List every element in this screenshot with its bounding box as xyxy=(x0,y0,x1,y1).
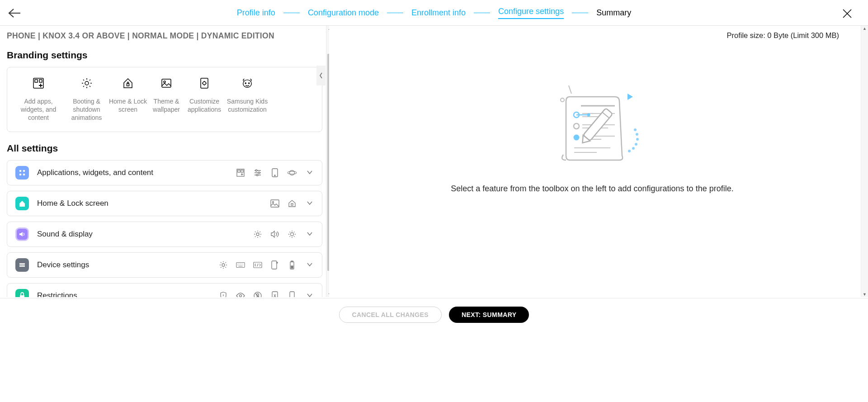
wizard-steps: Profile info Configuration mode Enrollme… xyxy=(0,7,868,19)
next-summary-button[interactable]: NEXT: SUMMARY xyxy=(449,307,529,323)
chevron-down-icon xyxy=(307,169,314,176)
lock-icon xyxy=(15,289,29,297)
svg-point-20 xyxy=(258,172,260,174)
svg-point-66 xyxy=(561,98,564,102)
row-device-settings[interactable]: Device settings xyxy=(7,252,322,278)
close-button[interactable] xyxy=(842,8,853,19)
chevron-down-icon xyxy=(307,200,314,207)
keyboard-icon xyxy=(236,260,245,270)
row-mini-icons xyxy=(253,230,314,239)
svg-rect-37 xyxy=(291,266,293,268)
svg-line-67 xyxy=(569,85,571,94)
branding-customize-apps[interactable]: Customize applications xyxy=(185,77,224,122)
svg-point-72 xyxy=(632,147,635,150)
svg-point-3 xyxy=(85,81,89,85)
step-divider xyxy=(283,13,300,13)
row-home-lock[interactable]: Home & Lock screen xyxy=(7,191,322,216)
chevron-left-icon xyxy=(319,72,323,79)
step-divider xyxy=(474,13,490,13)
row-sound-display[interactable]: Sound & display xyxy=(7,222,322,247)
row-applications[interactable]: Applications, widgets, and content xyxy=(7,160,322,185)
profile-meta: PHONE | KNOX 3.4 OR ABOVE | NORMAL MODE … xyxy=(7,26,329,47)
svg-point-73 xyxy=(628,150,631,152)
samsung-kids-icon xyxy=(241,77,253,89)
svg-point-30 xyxy=(291,233,294,236)
step-configuration-mode[interactable]: Configuration mode xyxy=(308,8,379,18)
svg-rect-1 xyxy=(35,80,38,82)
row-label: Applications, widgets, and content xyxy=(37,168,236,177)
svg-point-11 xyxy=(249,83,250,84)
branding-label: Customize applications xyxy=(185,97,224,114)
placeholder-illustration xyxy=(542,81,642,171)
step-divider xyxy=(572,13,588,13)
eye-icon xyxy=(236,291,245,297)
row-label: Sound & display xyxy=(37,230,253,239)
apps-icon xyxy=(15,166,29,180)
svg-rect-7 xyxy=(201,78,208,88)
sound-icon xyxy=(15,227,29,241)
scroll-down-icon: ▼ xyxy=(863,292,867,297)
row-mini-icons xyxy=(219,291,314,297)
svg-rect-42 xyxy=(272,292,278,297)
no-acc-icon xyxy=(253,291,262,297)
svg-point-71 xyxy=(635,143,637,146)
battery-icon xyxy=(288,260,297,270)
step-summary[interactable]: Summary xyxy=(596,8,631,18)
svg-point-15 xyxy=(23,174,25,176)
branding-add-apps[interactable]: Add apps, widgets, and content xyxy=(12,77,65,122)
home-icon xyxy=(15,197,29,210)
row-mini-icons xyxy=(236,168,314,177)
image-icon xyxy=(270,199,279,208)
svg-rect-28 xyxy=(291,203,293,205)
home-lock-icon xyxy=(122,77,134,89)
svg-point-19 xyxy=(255,170,257,171)
device-icon xyxy=(15,258,29,272)
svg-rect-34 xyxy=(272,261,277,269)
svg-rect-38 xyxy=(20,295,24,297)
svg-point-70 xyxy=(636,138,639,141)
row-restrictions[interactable]: Restrictions xyxy=(7,283,322,297)
svg-rect-5 xyxy=(162,79,171,87)
svg-point-59 xyxy=(574,134,580,140)
left-scrollbar[interactable]: ▲ ▼ xyxy=(326,26,329,297)
scroll-up-icon: ▲ xyxy=(863,26,867,31)
svg-point-8 xyxy=(203,82,206,85)
svg-rect-26 xyxy=(271,200,279,207)
arrow-left-icon xyxy=(8,8,21,18)
branding-label: Booting & shutdown animations xyxy=(65,97,108,122)
grid-icon xyxy=(236,168,245,177)
collapse-left-handle[interactable] xyxy=(316,66,326,85)
dev-icon xyxy=(253,260,262,270)
step-enrollment-info[interactable]: Enrollment info xyxy=(411,8,466,18)
sliders-icon xyxy=(253,168,262,177)
phone-plus-icon xyxy=(270,260,279,270)
chevron-down-icon xyxy=(307,292,314,297)
cancel-all-changes-button[interactable]: CANCEL ALL CHANGES xyxy=(339,307,442,323)
svg-point-39 xyxy=(240,295,242,297)
step-profile-info[interactable]: Profile info xyxy=(237,8,275,18)
branding-label: Theme & wallpaper xyxy=(148,97,185,114)
placeholder-text: Select a feature from the toolbox on the… xyxy=(451,184,733,194)
right-scrollbar[interactable]: ▲ ▼ xyxy=(861,26,868,297)
branding-samsung-kids[interactable]: Samsung Kids customization xyxy=(224,77,271,122)
sun-icon xyxy=(253,230,262,239)
apps-widgets-icon xyxy=(33,77,44,89)
home-lock-mini-icon xyxy=(288,199,297,208)
svg-point-31 xyxy=(222,264,225,266)
shield-icon xyxy=(219,291,228,297)
svg-rect-4 xyxy=(127,84,129,86)
step-configure-settings[interactable]: Configure settings xyxy=(498,7,564,19)
svg-point-24 xyxy=(290,170,295,175)
back-button[interactable] xyxy=(8,8,21,18)
branding-boot-anim[interactable]: Booting & shutdown animations xyxy=(65,77,108,122)
row-mini-icons xyxy=(219,260,314,270)
branding-home-lock[interactable]: Home & Lock screen xyxy=(108,77,148,122)
phone-outline-icon xyxy=(288,291,297,297)
svg-rect-36 xyxy=(291,261,293,262)
branding-theme-wallpaper[interactable]: Theme & wallpaper xyxy=(148,77,185,122)
branding-label: Home & Lock screen xyxy=(108,97,148,114)
profile-size-label: Profile size: 0 Byte (Limit 300 MB) xyxy=(329,31,855,40)
phone-icon xyxy=(270,168,279,177)
svg-point-29 xyxy=(256,233,259,236)
branding-title: Branding settings xyxy=(7,50,329,61)
